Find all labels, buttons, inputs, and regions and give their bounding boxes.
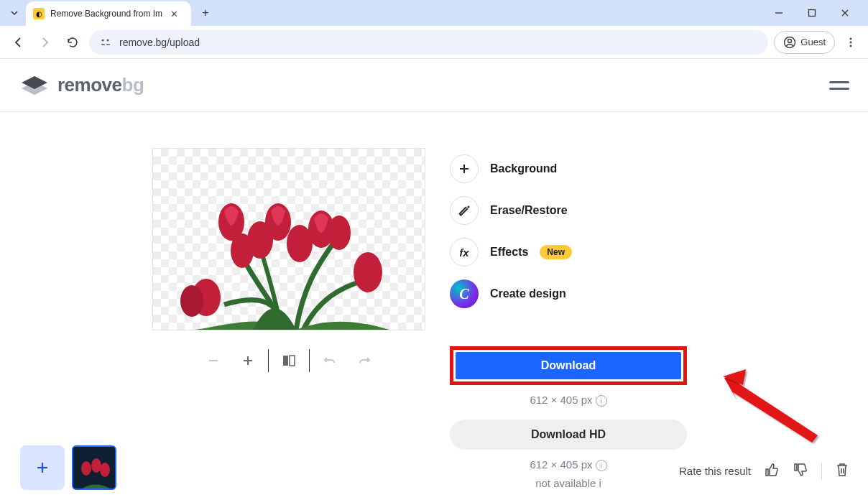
kebab-icon xyxy=(845,37,857,48)
logo-text: removebg xyxy=(57,74,144,96)
option-erase-restore[interactable]: Erase/Restore xyxy=(450,190,723,231)
add-image-button[interactable] xyxy=(20,445,65,490)
new-tab-button[interactable]: + xyxy=(195,3,216,23)
plus-circle-icon xyxy=(450,154,479,183)
chevron-down-icon xyxy=(10,9,19,17)
thumbs-up-icon xyxy=(764,462,780,478)
svg-rect-27 xyxy=(290,356,295,366)
svg-rect-26 xyxy=(283,356,288,366)
info-icon[interactable]: i xyxy=(599,477,601,489)
window-minimize-button[interactable] xyxy=(769,3,789,23)
zoom-in-button[interactable] xyxy=(231,349,265,372)
thumbnail-selected[interactable] xyxy=(72,445,116,490)
redo-icon xyxy=(357,353,371,368)
download-hd-button[interactable]: Download HD xyxy=(450,420,687,450)
nav-reload-button[interactable] xyxy=(62,32,83,53)
option-label: Background xyxy=(490,162,557,175)
canvas-toolbar xyxy=(196,349,382,372)
option-effects[interactable]: fx Effects New xyxy=(450,231,723,273)
thumbs-down-icon xyxy=(793,462,808,478)
svg-point-10 xyxy=(850,45,852,47)
option-label: Erase/Restore xyxy=(490,204,568,217)
compare-button[interactable] xyxy=(272,349,306,372)
not-available-text: not available i xyxy=(450,477,687,489)
arrow-left-icon xyxy=(11,36,24,49)
option-label: Effects xyxy=(490,246,528,259)
tab-favicon-icon: ◐ xyxy=(33,8,45,19)
svg-point-35 xyxy=(81,461,91,476)
browser-tab[interactable]: ◐ Remove Background from Im ✕ xyxy=(26,1,191,26)
site-controls-icon[interactable] xyxy=(99,36,112,49)
rate-label: Rate this result xyxy=(679,465,751,477)
info-icon[interactable]: i xyxy=(596,395,607,407)
rate-result: Rate this result xyxy=(679,462,849,480)
toolbar-divider xyxy=(268,349,269,372)
minimize-icon xyxy=(775,9,783,17)
arrow-right-icon xyxy=(39,36,52,49)
svg-point-15 xyxy=(231,233,254,268)
divider xyxy=(821,463,822,479)
browser-tab-strip: ◐ Remove Background from Im ✕ + xyxy=(0,0,868,26)
plus-icon xyxy=(34,460,50,476)
tulips-image xyxy=(152,179,425,330)
trash-icon xyxy=(835,462,849,478)
svg-point-7 xyxy=(788,39,792,42)
profile-button[interactable]: Guest xyxy=(774,31,835,54)
svg-point-22 xyxy=(180,285,203,317)
download-hd-dimensions: 612 × 405 pxi xyxy=(450,458,687,471)
svg-rect-1 xyxy=(809,10,816,17)
toolbar-divider xyxy=(309,349,310,372)
canva-icon: C xyxy=(450,279,479,308)
nav-forward-button[interactable] xyxy=(34,32,56,53)
delete-button[interactable] xyxy=(835,462,849,480)
redo-button[interactable] xyxy=(347,349,382,372)
tab-search-dropdown[interactable] xyxy=(6,4,23,22)
browser-menu-button[interactable] xyxy=(841,32,861,52)
thumbs-up-button[interactable] xyxy=(764,462,780,480)
download-dimensions: 612 × 405 pxi xyxy=(450,394,687,407)
minus-icon xyxy=(206,353,221,368)
maximize-icon xyxy=(808,9,816,17)
hamburger-line-icon xyxy=(829,88,849,90)
compare-icon xyxy=(281,353,297,369)
url-text: remove.bg/upload xyxy=(119,37,200,48)
main-menu-button[interactable] xyxy=(829,81,849,90)
svg-point-31 xyxy=(460,214,462,216)
result-canvas[interactable] xyxy=(152,148,425,330)
svg-point-30 xyxy=(468,206,470,208)
svg-point-3 xyxy=(107,39,109,41)
undo-icon xyxy=(323,353,337,368)
erase-icon xyxy=(450,196,479,225)
address-bar[interactable]: remove.bg/upload xyxy=(89,30,768,55)
user-icon xyxy=(783,36,796,49)
window-close-button[interactable] xyxy=(835,3,855,23)
tab-title: Remove Background from Im xyxy=(50,9,162,19)
fx-icon: fx xyxy=(450,238,479,267)
zoom-out-button[interactable] xyxy=(196,349,231,372)
thumbnail-image xyxy=(73,447,116,490)
svg-point-9 xyxy=(850,41,852,43)
nav-back-button[interactable] xyxy=(7,32,29,53)
browser-toolbar: remove.bg/upload Guest xyxy=(0,26,868,59)
option-label: Create design xyxy=(490,287,566,300)
option-create-design[interactable]: C Create design xyxy=(450,273,723,315)
thumbs-down-button[interactable] xyxy=(793,462,808,480)
svg-point-19 xyxy=(328,216,351,250)
svg-point-20 xyxy=(354,252,382,292)
info-icon[interactable]: i xyxy=(596,460,607,471)
close-icon xyxy=(841,9,849,17)
logo-mark-icon xyxy=(19,73,50,98)
option-background[interactable]: Background xyxy=(450,148,723,190)
undo-button[interactable] xyxy=(313,349,347,372)
svg-point-2 xyxy=(102,39,104,41)
svg-point-36 xyxy=(91,458,101,473)
tab-close-button[interactable]: ✕ xyxy=(168,8,180,19)
window-maximize-button[interactable] xyxy=(802,3,822,23)
svg-point-8 xyxy=(850,37,852,40)
site-header: removebg xyxy=(0,59,868,112)
profile-label: Guest xyxy=(800,37,826,47)
hamburger-line-icon xyxy=(829,81,849,83)
site-logo[interactable]: removebg xyxy=(19,73,144,98)
download-button[interactable]: Download xyxy=(456,352,681,379)
page-content: removebg xyxy=(0,59,868,500)
